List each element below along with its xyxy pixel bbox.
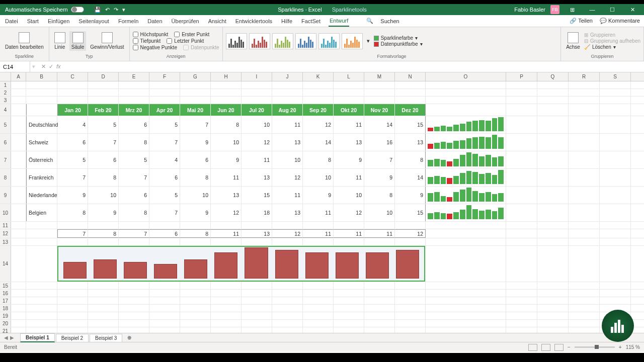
cell[interactable]: [211, 238, 242, 245]
zoom-slider[interactable]: [575, 346, 615, 348]
cell[interactable]: [303, 312, 334, 319]
cell[interactable]: [569, 204, 600, 221]
cell[interactable]: [395, 312, 426, 319]
style-more-icon[interactable]: ▾: [365, 38, 372, 44]
cell[interactable]: [11, 312, 26, 319]
cell[interactable]: [395, 305, 426, 312]
cell[interactable]: [11, 104, 26, 116]
cell[interactable]: [272, 327, 303, 333]
cell[interactable]: [119, 290, 149, 297]
cell[interactable]: 9: [88, 204, 119, 221]
cell[interactable]: 7: [149, 134, 180, 151]
cell[interactable]: [506, 104, 537, 116]
cell[interactable]: [537, 116, 569, 133]
row-header[interactable]: 6: [0, 134, 11, 151]
cell[interactable]: Mrz 20: [119, 104, 149, 116]
cell[interactable]: [569, 222, 600, 229]
cell[interactable]: [364, 238, 395, 245]
cell[interactable]: [242, 97, 272, 104]
cell[interactable]: [303, 282, 334, 289]
cell[interactable]: 9: [180, 204, 211, 221]
cell[interactable]: [180, 320, 211, 327]
cell[interactable]: [426, 97, 506, 104]
cell[interactable]: [11, 97, 26, 104]
cell[interactable]: [569, 229, 600, 238]
cell[interactable]: [242, 305, 272, 312]
cell[interactable]: [88, 222, 119, 229]
cell[interactable]: [426, 290, 506, 297]
cell[interactable]: [272, 89, 303, 96]
cell[interactable]: [537, 151, 569, 168]
cell[interactable]: [600, 246, 631, 282]
cell[interactable]: [600, 104, 631, 116]
cell[interactable]: 8: [88, 169, 119, 186]
cell[interactable]: [334, 312, 364, 319]
cell[interactable]: [537, 327, 569, 333]
cell[interactable]: [303, 305, 334, 312]
type-column-button[interactable]: Säule: [69, 31, 87, 51]
row-header[interactable]: 2: [0, 89, 11, 96]
cell[interactable]: [242, 81, 272, 88]
cell[interactable]: Feb 20: [88, 104, 119, 116]
cell[interactable]: [119, 282, 149, 289]
row-header[interactable]: 10: [0, 204, 11, 221]
cell[interactable]: [395, 282, 426, 289]
cell[interactable]: [537, 238, 569, 245]
row-header[interactable]: 15: [0, 282, 11, 289]
cell[interactable]: [88, 97, 119, 104]
cell[interactable]: [303, 297, 334, 304]
cell[interactable]: [11, 187, 26, 204]
row-header[interactable]: 4: [0, 104, 11, 116]
cell[interactable]: [303, 320, 334, 327]
cell[interactable]: 6: [88, 151, 119, 168]
cell[interactable]: [11, 89, 26, 96]
col-header[interactable]: H: [211, 72, 242, 81]
cell[interactable]: [537, 222, 569, 229]
cell[interactable]: [11, 297, 26, 304]
cell[interactable]: [506, 238, 537, 245]
cell[interactable]: 7: [119, 229, 149, 238]
enter-icon[interactable]: ✓: [49, 63, 53, 70]
cell[interactable]: [119, 297, 149, 304]
search-label[interactable]: Suchen: [380, 18, 399, 24]
cell[interactable]: 12: [242, 134, 272, 151]
row-header[interactable]: 7: [0, 151, 11, 168]
add-sheet-icon[interactable]: ⊕: [123, 335, 135, 340]
col-header[interactable]: B: [26, 72, 57, 81]
cell[interactable]: 12: [272, 229, 303, 238]
cell[interactable]: [272, 305, 303, 312]
tab-file[interactable]: Datei: [4, 16, 19, 26]
cell[interactable]: [211, 89, 242, 96]
cell[interactable]: 6: [180, 151, 211, 168]
cell[interactable]: [569, 246, 600, 282]
col-header[interactable]: S: [600, 72, 631, 81]
cell[interactable]: [26, 89, 57, 96]
row-header[interactable]: 20: [0, 320, 11, 327]
cell[interactable]: [272, 97, 303, 104]
cell[interactable]: [334, 320, 364, 327]
cell[interactable]: 7: [88, 134, 119, 151]
cell[interactable]: [211, 97, 242, 104]
cell[interactable]: Okt 20: [334, 104, 364, 116]
cell[interactable]: [88, 327, 119, 333]
cell[interactable]: [395, 89, 426, 96]
cell[interactable]: 5: [149, 116, 180, 133]
cell[interactable]: [506, 187, 537, 204]
cell[interactable]: [537, 81, 569, 88]
cell[interactable]: [26, 312, 57, 319]
cell[interactable]: [26, 81, 57, 88]
cell[interactable]: [11, 134, 26, 151]
cell[interactable]: [26, 282, 57, 289]
ribbon-options-icon[interactable]: ⊞: [565, 4, 580, 15]
cell[interactable]: 11: [334, 229, 364, 238]
cell[interactable]: [537, 104, 569, 116]
cell[interactable]: [364, 290, 395, 297]
cell[interactable]: Sep 20: [303, 104, 334, 116]
cell[interactable]: [426, 222, 506, 229]
cell[interactable]: [180, 222, 211, 229]
cell[interactable]: [600, 169, 631, 186]
cancel-icon[interactable]: ✕: [41, 63, 46, 70]
cell[interactable]: [334, 297, 364, 304]
cell[interactable]: [364, 89, 395, 96]
cell[interactable]: [26, 327, 57, 333]
